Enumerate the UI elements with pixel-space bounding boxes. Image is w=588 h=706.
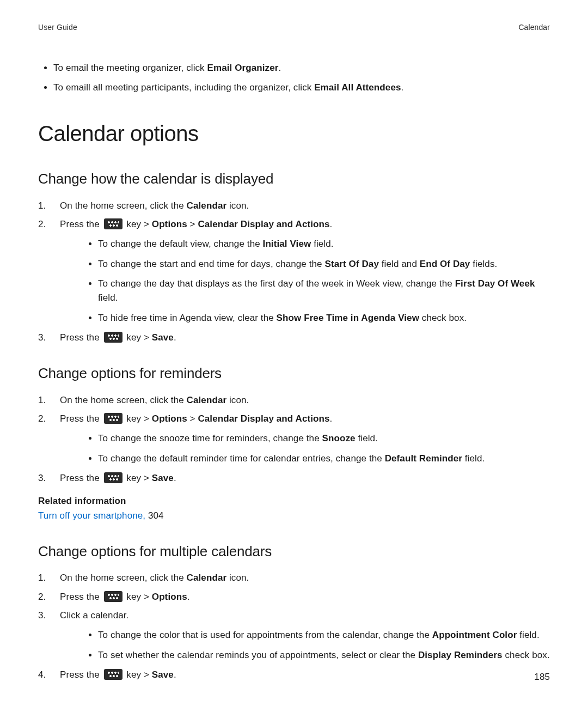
sub-bullet-list: To change the default view, change the I… bbox=[60, 237, 550, 325]
list-item: To change the start and end time for day… bbox=[98, 257, 550, 271]
ordered-steps: On the home screen, click the Calendar i… bbox=[38, 571, 550, 682]
section-heading: Change options for reminders bbox=[38, 362, 550, 384]
section-heading: Change options for multiple calendars bbox=[38, 540, 550, 562]
list-item: To set whether the calendar reminds you … bbox=[98, 648, 550, 662]
step: On the home screen, click the Calendar i… bbox=[38, 199, 550, 213]
menu-key-icon bbox=[104, 218, 122, 229]
list-item: To change the default view, change the I… bbox=[98, 237, 550, 251]
list-item: To emaill all meeting participants, incl… bbox=[53, 81, 550, 95]
sub-bullet-list: To change the snooze time for reminders,… bbox=[60, 431, 550, 466]
section-heading: Change how the calendar is displayed bbox=[38, 168, 550, 190]
list-item: To change the day that displays as the f… bbox=[98, 277, 550, 306]
related-info-line: Turn off your smartphone, 304 bbox=[38, 509, 550, 523]
menu-key-icon bbox=[104, 669, 122, 680]
header-left: User Guide bbox=[38, 22, 77, 34]
header-right: Calendar bbox=[518, 22, 550, 34]
list-item: To email the meeting organizer, click Em… bbox=[53, 61, 550, 75]
sub-bullet-list: To change the color that is used for app… bbox=[60, 628, 550, 662]
page-header: User Guide Calendar bbox=[38, 22, 550, 34]
page-title: Calendar options bbox=[38, 117, 550, 150]
step: On the home screen, click the Calendar i… bbox=[38, 571, 550, 585]
related-link[interactable]: Turn off your smartphone, bbox=[38, 510, 145, 521]
step: Press the key > Save. bbox=[38, 668, 550, 682]
list-item: To change the default reminder time for … bbox=[98, 452, 550, 466]
list-item: To hide free time in Agenda view, clear … bbox=[98, 311, 550, 325]
step: Click a calendar. To change the color th… bbox=[38, 608, 550, 662]
intro-bullet-list: To email the meeting organizer, click Em… bbox=[38, 61, 550, 95]
step: Press the key > Options. bbox=[38, 590, 550, 604]
ordered-steps: On the home screen, click the Calendar i… bbox=[38, 393, 550, 486]
menu-key-icon bbox=[104, 591, 122, 602]
step: Press the key > Options > Calendar Displ… bbox=[38, 412, 550, 466]
step: Press the key > Options > Calendar Displ… bbox=[38, 217, 550, 325]
ordered-steps: On the home screen, click the Calendar i… bbox=[38, 199, 550, 345]
menu-key-icon bbox=[104, 413, 122, 424]
step: Press the key > Save. bbox=[38, 331, 550, 345]
menu-key-icon bbox=[104, 332, 122, 343]
menu-key-icon bbox=[104, 472, 122, 483]
related-info-heading: Related information bbox=[38, 494, 550, 508]
step: On the home screen, click the Calendar i… bbox=[38, 393, 550, 407]
step: Press the key > Save. bbox=[38, 471, 550, 485]
list-item: To change the snooze time for reminders,… bbox=[98, 431, 550, 446]
page-number: 185 bbox=[534, 670, 550, 684]
list-item: To change the color that is used for app… bbox=[98, 628, 550, 642]
